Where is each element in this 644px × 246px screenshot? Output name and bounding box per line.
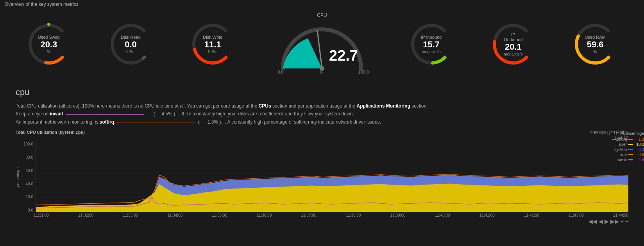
- description-text: Overview of the key system metrics.: [5, 2, 80, 7]
- legend-header: percentage: [624, 131, 644, 136]
- gauges-row: Used Swap 20.3 % Disk Read 0.0 KiB/s Dis…: [0, 9, 644, 79]
- iowait-desc2: . If it is constantly high, your disks a…: [179, 111, 354, 117]
- user-legend-val: 10.0: [635, 142, 644, 147]
- nav-next[interactable]: ▶: [605, 218, 609, 224]
- cpu-speedometer: 0.0 100.0 % 22.7: [275, 20, 369, 74]
- iowait-legend-val: 4.5: [635, 158, 644, 162]
- ip-inbound-gauge: IP Inbound 15.7 megabits/s: [408, 21, 455, 68]
- chart-legend: percentage softirq 1.3 user 10.0 system …: [601, 130, 644, 217]
- desc-line-2: Keep an eye on iowait ( 4.5% ). . If it …: [16, 110, 628, 118]
- desc-text-3: section.: [411, 103, 428, 109]
- used-swap-gauge: Used Swap 20.3 %: [25, 21, 72, 68]
- softirq-pct: 1.3%: [201, 119, 218, 125]
- nav-prev-prev[interactable]: ◀◀: [589, 218, 597, 224]
- top-description: Overview of the key system metrics.: [0, 0, 644, 9]
- nice-color: [628, 154, 633, 155]
- legend-item-user: user 10.0: [601, 142, 644, 147]
- nav-zoom-in[interactable]: +: [621, 218, 624, 224]
- nice-legend-val: 0.6: [635, 153, 644, 157]
- used-swap-svg: [25, 21, 72, 68]
- iowait-desc: Keep an eye on: [16, 111, 50, 117]
- bottom-nav: ◀◀ ◀ ▶ ▶▶ + −: [0, 217, 644, 225]
- used-ram-gauge: Used RAM 59.6 %: [572, 21, 619, 68]
- svg-text:22.7: 22.7: [329, 47, 358, 64]
- ip-outbound-gauge: IP Outbound 20.1 megabits/s: [490, 21, 537, 68]
- iowait-pct: 4.5%: [156, 111, 172, 117]
- disk-write-gauge: Disk Write 11.1 KiB/s: [189, 21, 236, 68]
- ip-outbound-svg: [490, 21, 537, 68]
- desc-line-3: An important metric worth monitoring, is…: [16, 118, 628, 126]
- desc-text-2: section and per application usage at the: [272, 103, 356, 109]
- svg-text:0.0: 0.0: [277, 70, 283, 74]
- nav-prev[interactable]: ◀: [599, 218, 603, 224]
- ip-inbound-svg: [408, 21, 455, 68]
- disk-write-svg: [189, 21, 236, 68]
- legend-item-softirq: softirq 1.3: [601, 137, 644, 142]
- iowait-color: [628, 159, 633, 160]
- x-axis: 11:31:00 11:32:00 11:33:00 11:34:00 11:3…: [34, 212, 628, 217]
- cpu-title: CPU: [317, 13, 327, 18]
- system-color: [628, 149, 633, 150]
- cpu-gauge: CPU 0.0 100.0 % 22.7: [271, 13, 373, 75]
- nav-zoom-out[interactable]: −: [625, 218, 628, 224]
- cpu-section-title: cpu: [0, 79, 644, 101]
- desc-text-1: Total CPU utilization (all cores). 100% …: [16, 103, 259, 109]
- cpu-description: Total CPU utilization (all cores). 100% …: [0, 101, 644, 127]
- chart-title: Total CPU utilization (system.cpu): [16, 130, 85, 135]
- y-axis: 100.0 80.0 60.0 40.0 20.0 0.0: [21, 142, 36, 212]
- disk-read-svg: [107, 21, 154, 68]
- used-ram-svg: [572, 21, 619, 68]
- chart-body: percentage 100.0 80.0 60.0 40.0 20.0 0.0: [16, 142, 628, 212]
- user-color: [628, 144, 633, 145]
- chart-svg: [36, 142, 628, 212]
- system-legend-val: 6.3: [635, 147, 644, 152]
- softirq-desc2: . A constantly high percentage of softir…: [225, 119, 381, 125]
- legend-item-system: system 6.3: [601, 147, 644, 152]
- app-link[interactable]: Applications Monitoring: [357, 103, 410, 109]
- nav-next-next[interactable]: ▶▶: [610, 218, 619, 224]
- iowait-label: iowait: [50, 111, 63, 117]
- softirq-legend-val: 1.3: [635, 137, 644, 142]
- chart-inner: [36, 142, 628, 212]
- legend-item-nice: nice 0.6: [601, 153, 644, 157]
- svg-text:%: %: [320, 70, 323, 74]
- softirq-label: softirq: [100, 119, 114, 125]
- softirq-color: [628, 139, 633, 140]
- chart-area: Total CPU utilization (system.cpu) 2020年…: [0, 130, 644, 217]
- status-dot: [47, 23, 50, 26]
- svg-text:100.0: 100.0: [358, 70, 369, 74]
- disk-read-gauge: Disk Read 0.0 KiB/s: [107, 21, 154, 68]
- desc-line-1: Total CPU utilization (all cores). 100% …: [16, 102, 628, 110]
- y-side-label: percentage: [16, 167, 20, 187]
- chart-header: Total CPU utilization (system.cpu) 2020年…: [16, 130, 628, 140]
- cpus-link[interactable]: CPUs: [259, 103, 271, 109]
- legend-item-iowait: iowait 4.5: [601, 158, 644, 162]
- softirq-desc: An important metric worth monitoring, is: [16, 119, 100, 125]
